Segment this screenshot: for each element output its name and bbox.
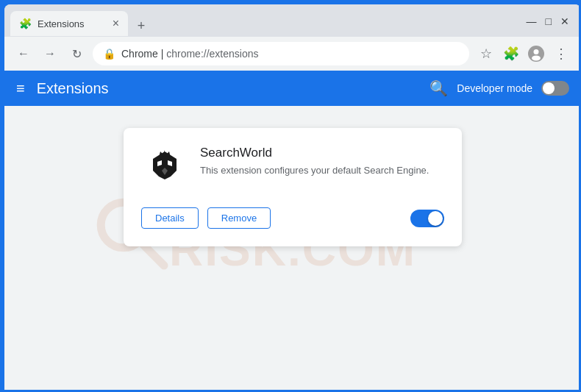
site-name: Chrome	[121, 48, 158, 60]
bookmark-button[interactable]: ☆	[475, 43, 497, 65]
maximize-button[interactable]: □	[546, 16, 552, 26]
main-content: RISK.COM	[4, 106, 581, 392]
card-top: SearchWorld This extension configures yo…	[141, 146, 444, 193]
header-right: 🔍 Developer mode	[429, 79, 569, 97]
extension-icon	[144, 149, 185, 190]
extension-logo	[141, 146, 188, 193]
remove-button[interactable]: Remove	[207, 207, 271, 229]
new-tab-button[interactable]: +	[131, 15, 152, 36]
browser-window: 🧩 Extensions × + — □ ✕ ← → ↻ 🔒 Chrome | …	[4, 4, 581, 392]
address-field[interactable]: 🔒 Chrome | chrome://extensions	[93, 42, 469, 65]
forward-button[interactable]: →	[40, 43, 60, 64]
menu-button[interactable]: ⋮	[550, 43, 572, 65]
svg-point-2	[532, 56, 541, 61]
title-bar: 🧩 Extensions × + — □ ✕	[4, 4, 581, 37]
extension-toggle[interactable]	[410, 210, 444, 227]
extension-toggle-thumb	[428, 211, 443, 226]
window-controls: — □ ✕	[521, 16, 575, 26]
details-button[interactable]: Details	[141, 207, 199, 229]
back-button[interactable]: ←	[13, 43, 34, 64]
extension-name: SearchWorld	[200, 146, 444, 160]
address-bar-row: ← → ↻ 🔒 Chrome | chrome://extensions ☆ 🧩…	[4, 37, 581, 71]
tab-extensions-icon: 🧩	[19, 18, 32, 29]
tab-close-button[interactable]: ×	[113, 18, 119, 29]
lock-icon: 🔒	[103, 48, 115, 60]
extensions-title: Extensions	[37, 80, 430, 97]
extension-info: SearchWorld This extension configures yo…	[200, 146, 444, 178]
hamburger-icon[interactable]: ≡	[16, 80, 25, 97]
extensions-toolbar-button[interactable]: 🧩	[500, 43, 522, 65]
extension-description: This extension configures your default S…	[200, 163, 444, 178]
toolbar-right: ☆ 🧩 ⋮	[475, 43, 572, 65]
extension-card: SearchWorld This extension configures yo…	[124, 128, 462, 246]
separator: |	[158, 48, 166, 60]
toggle-thumb	[543, 82, 555, 94]
tab-title: Extensions	[38, 18, 107, 29]
developer-mode-label: Developer mode	[457, 82, 532, 94]
svg-point-1	[534, 49, 539, 54]
close-button[interactable]: ✕	[560, 16, 569, 26]
search-button[interactable]: 🔍	[429, 79, 448, 97]
address-text: Chrome | chrome://extensions	[121, 48, 259, 60]
card-bottom: Details Remove	[141, 207, 444, 229]
extensions-header: ≡ Extensions 🔍 Developer mode	[4, 71, 581, 106]
browser-tab[interactable]: 🧩 Extensions ×	[10, 11, 128, 36]
reload-button[interactable]: ↻	[66, 43, 87, 64]
url-path: chrome://extensions	[166, 48, 258, 60]
account-button[interactable]	[525, 43, 547, 65]
developer-mode-toggle[interactable]	[541, 81, 569, 96]
minimize-button[interactable]: —	[527, 16, 537, 26]
tab-strip: 🧩 Extensions × +	[10, 11, 521, 36]
